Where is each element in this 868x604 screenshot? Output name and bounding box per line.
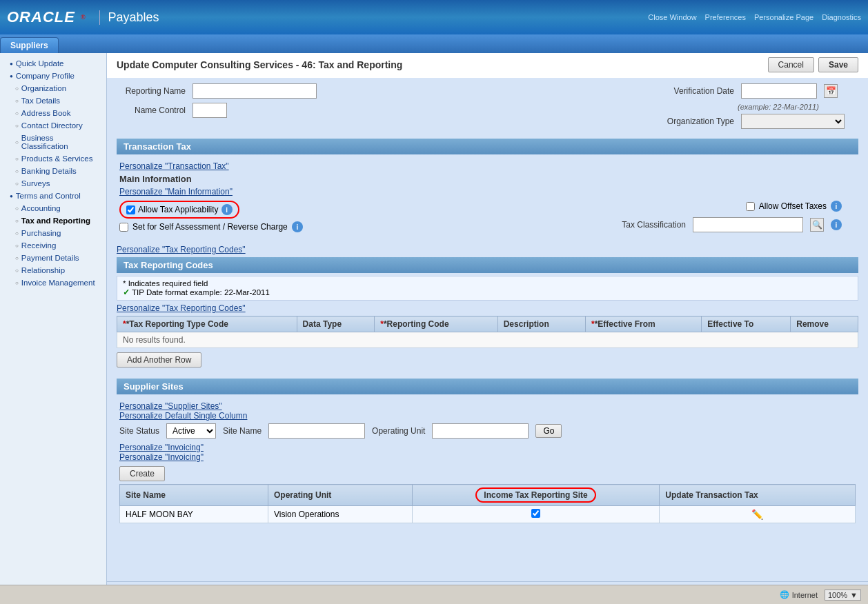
- name-control-row: Name Control: [117, 103, 317, 118]
- col-reporting-code: **Reporting Code: [375, 316, 497, 332]
- self-assessment-info-icon[interactable]: i: [292, 221, 303, 232]
- allow-tax-checkbox[interactable]: [126, 205, 135, 214]
- sidebar-item-business-classification[interactable]: ○ Business Classification: [0, 132, 106, 152]
- sidebar-label-company-profile: Company Profile: [16, 72, 75, 80]
- circle-icon: ○: [15, 139, 19, 145]
- sidebar-item-contact-directory[interactable]: ○ Contact Directory: [0, 119, 106, 132]
- supplier-sites-area: Supplier Sites Personalize "Supplier Sit…: [117, 379, 858, 527]
- zoom-dropdown-icon[interactable]: ▼: [850, 591, 858, 599]
- allow-offset-checkbox[interactable]: [746, 202, 755, 211]
- circle-icon: ○: [15, 156, 19, 162]
- registered-mark: ®: [81, 14, 86, 21]
- calendar-icon[interactable]: 📅: [824, 84, 838, 98]
- col-effective-to: Effective To: [702, 316, 791, 332]
- personalize-invoicing-link2[interactable]: Personalize "Invoicing": [119, 452, 204, 462]
- verification-date-input[interactable]: [741, 83, 817, 99]
- sidebar-label-terms-control: Terms and Control: [16, 192, 81, 200]
- bullet-icon: ●: [10, 193, 13, 199]
- sidebar-item-products-services[interactable]: ○ Products & Services: [0, 152, 106, 165]
- personalize-transaction-tax-link[interactable]: Personalize "Transaction Tax": [119, 161, 229, 171]
- content-area: Update Computer Consulting Services - 46…: [107, 53, 868, 602]
- suppliers-tab[interactable]: Suppliers: [0, 37, 59, 53]
- checkbox-group-left: Allow Tax Applicability i Set for Self A…: [119, 201, 303, 235]
- left-form-fields: Reporting Name Name Control: [117, 83, 317, 122]
- sidebar-item-payment-details[interactable]: ○ Payment Details: [0, 252, 106, 264]
- sidebar-item-invoice-management[interactable]: ○ Invoice Management: [0, 276, 106, 289]
- self-assessment-checkbox[interactable]: [119, 223, 128, 232]
- go-button[interactable]: Go: [535, 424, 562, 438]
- self-assessment-label: Set for Self Assessment / Reverse Charge: [132, 222, 288, 232]
- sidebar-label-quick-update: Quick Update: [16, 59, 64, 68]
- save-button-top[interactable]: Save: [818, 57, 858, 72]
- org-type-select[interactable]: [741, 114, 845, 129]
- edit-icon[interactable]: ✏️: [751, 509, 763, 520]
- internet-label: Internet: [792, 591, 818, 599]
- sidebar-label-contact-directory: Contact Directory: [21, 121, 83, 130]
- create-button[interactable]: Create: [119, 466, 165, 481]
- oracle-logo: ORACLE: [7, 8, 75, 26]
- allow-tax-info-icon[interactable]: i: [221, 204, 233, 215]
- personalize-tax-codes-link[interactable]: Personalize "Tax Reporting Codes": [117, 303, 246, 313]
- sidebar-label-payment-details: Payment Details: [21, 254, 79, 262]
- sites-col-income-tax: Income Tax Reporting Site: [412, 485, 660, 506]
- date-hint: (example: 22-Mar-2011): [738, 103, 819, 111]
- allow-tax-circled: Allow Tax Applicability i: [119, 201, 239, 219]
- globe-icon: 🌐: [780, 590, 789, 599]
- sidebar-label-relationship: Relationship: [21, 266, 65, 274]
- filter-row: Site Status Active Inactive All Site Nam…: [119, 423, 856, 439]
- verification-date-row: Verification Date 📅: [665, 83, 838, 99]
- add-another-row-button[interactable]: Add Another Row: [117, 352, 201, 368]
- sidebar-item-surveys[interactable]: ○ Surveys: [0, 177, 106, 190]
- allow-offset-info-icon[interactable]: i: [831, 201, 842, 212]
- sidebar-item-quick-update[interactable]: ● Quick Update: [0, 57, 106, 70]
- sidebar-item-tax-details[interactable]: ○ Tax Details: [0, 94, 106, 107]
- personalize-default-single-column-link[interactable]: Personalize Default Single Column: [119, 411, 247, 421]
- reporting-name-label: Reporting Name: [117, 86, 186, 96]
- name-control-input[interactable]: [193, 103, 227, 118]
- site-status-select[interactable]: Active Inactive All: [166, 423, 216, 439]
- sidebar-item-accounting[interactable]: ○ Accounting: [0, 202, 106, 214]
- income-tax-checkbox[interactable]: [531, 509, 540, 518]
- tax-classification-row: Tax Classification 🔍 i: [617, 217, 842, 232]
- tip-text: ✓ TIP Date format example: 22-Mar-2011: [123, 288, 852, 297]
- circle-icon: ○: [15, 181, 19, 187]
- personalize-page-link[interactable]: Personalize Page: [754, 13, 813, 21]
- sidebar-item-organization[interactable]: ○ Organization: [0, 82, 106, 94]
- sidebar-label-receiving: Receiving: [21, 241, 57, 250]
- right-form-fields: Verification Date 📅 (example: 22-Mar-201…: [665, 83, 845, 133]
- tax-classification-info-icon[interactable]: i: [831, 219, 842, 230]
- sidebar-item-tax-reporting[interactable]: ○ Tax and Reporting: [0, 214, 106, 227]
- allow-tax-label: Allow Tax Applicability: [138, 205, 219, 214]
- sidebar-item-receiving[interactable]: ○ Receiving: [0, 239, 106, 252]
- circle-icon: ○: [15, 243, 19, 249]
- diagnostics-link[interactable]: Diagnostics: [822, 13, 861, 21]
- tax-classification-search-icon[interactable]: 🔍: [810, 218, 824, 232]
- notes-area: * Indicates required field ✓ TIP Date fo…: [117, 276, 858, 301]
- personalize-main-info-link[interactable]: Personalize "Main Information": [119, 187, 233, 197]
- sidebar-label-products-services: Products & Services: [21, 154, 93, 163]
- cancel-button-top[interactable]: Cancel: [768, 57, 814, 72]
- close-window-link[interactable]: Close Window: [648, 13, 696, 21]
- zoom-control[interactable]: 100% ▼: [825, 590, 861, 601]
- personalize-tax-reporting-link[interactable]: Personalize "Tax Reporting Codes": [117, 245, 246, 254]
- col-data-type: Data Type: [297, 316, 375, 332]
- site-name-input[interactable]: [268, 423, 365, 439]
- reporting-name-input[interactable]: [193, 83, 317, 99]
- personalize-invoicing-link1[interactable]: Personalize "Invoicing": [119, 443, 204, 452]
- sidebar-item-banking-details[interactable]: ○ Banking Details: [0, 165, 106, 177]
- create-area: Create: [119, 466, 856, 481]
- income-tax-col-header-circled: Income Tax Reporting Site: [475, 487, 595, 503]
- personalize-supplier-sites-link[interactable]: Personalize "Supplier Sites": [119, 401, 222, 411]
- tax-classification-input[interactable]: [693, 217, 803, 232]
- sidebar-item-terms-control[interactable]: ● Terms and Control: [0, 190, 106, 202]
- preferences-link[interactable]: Preferences: [705, 13, 746, 21]
- row-update-tax: ✏️: [660, 506, 856, 523]
- circle-icon: ○: [15, 280, 19, 286]
- col-tax-reporting-type: **Tax Reporting Type Code: [117, 316, 297, 332]
- tax-reporting-codes-area: Personalize "Tax Reporting Codes" Tax Re…: [117, 245, 858, 368]
- sidebar-item-address-book[interactable]: ○ Address Book: [0, 107, 106, 119]
- sidebar-item-relationship[interactable]: ○ Relationship: [0, 264, 106, 276]
- sidebar-item-purchasing[interactable]: ○ Purchasing: [0, 227, 106, 239]
- sidebar-item-company-profile[interactable]: ● Company Profile: [0, 70, 106, 82]
- operating-unit-input[interactable]: [432, 423, 529, 439]
